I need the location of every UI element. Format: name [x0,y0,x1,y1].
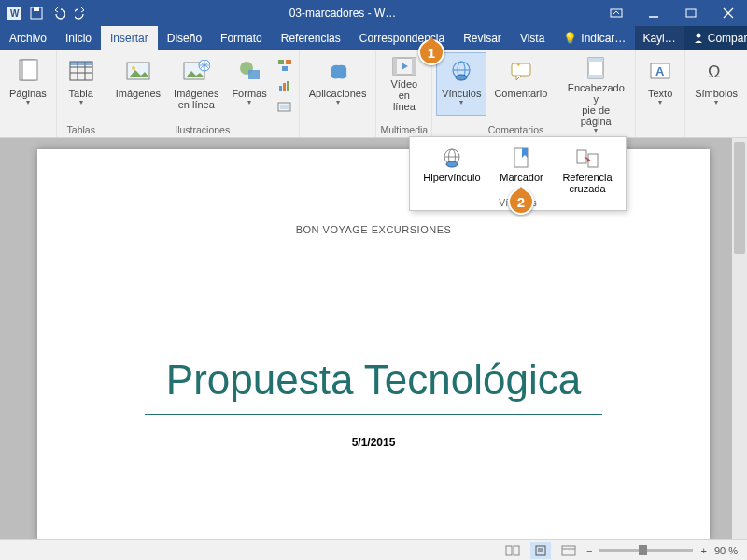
formas-button[interactable]: Formas▾ [226,52,272,116]
simbolos-button[interactable]: Ω Símbolos▾ [689,52,743,116]
print-layout-icon[interactable] [530,542,551,559]
tablas-group-label: Tablas [61,122,102,137]
tab-referencias[interactable]: Referencias [272,26,350,50]
share-button[interactable]: Compartir [684,26,747,50]
svg-rect-23 [248,70,260,79]
tabla-button[interactable]: Tabla▾ [61,52,102,116]
online-picture-icon [181,56,211,86]
referencia-label: Referencia cruzada [562,172,612,194]
zoom-slider[interactable] [599,549,693,552]
imagenes-linea-button[interactable]: Imágenes en línea [168,52,224,116]
svg-rect-57 [514,546,519,555]
screenshot-icon[interactable] [275,97,295,116]
hipervinculo-item[interactable]: Hipervínculo [418,143,485,197]
header-footer-icon [581,56,611,80]
doc-title: Propuesta Tecnológica [93,357,654,403]
svg-rect-31 [280,105,289,109]
tab-insertar[interactable]: Insertar [101,26,158,50]
apps-icon [323,56,353,86]
document-area: BON VOYAGE EXCURSIONES Propuesta Tecnoló… [0,138,747,539]
zoom-in-icon[interactable]: + [700,545,706,556]
vertical-scrollbar[interactable] [732,138,747,539]
callout-2: 2 [508,189,534,215]
scroll-thumb[interactable] [734,142,745,254]
encabezado-button[interactable]: Encabezado y pie de página▾ [560,52,631,116]
vinculos-button[interactable]: Vínculos▾ [436,52,486,116]
zoom-out-icon[interactable]: − [586,545,592,556]
svg-rect-56 [506,546,512,555]
svg-marker-35 [402,63,408,70]
doc-rule [145,414,602,415]
document-title: 03-marcadores - W… [88,7,598,20]
svg-rect-33 [393,58,397,75]
redo-icon[interactable] [75,7,88,20]
tab-revisar[interactable]: Revisar [454,26,511,50]
comentario-label: Comentario [494,88,547,99]
svg-point-51 [446,161,458,167]
imagenes-linea-label: Imágenes en línea [174,88,218,110]
svg-point-39 [456,75,467,80]
imagenes-label: Imágenes [116,88,161,99]
texto-button[interactable]: A Texto▾ [640,52,681,116]
referencia-item[interactable]: Referencia cruzada [557,143,616,197]
comentario-button[interactable]: ✦ Comentario [488,52,553,116]
save-icon[interactable] [30,7,43,20]
tab-archivo[interactable]: Archivo [0,26,56,50]
svg-rect-3 [34,7,39,11]
doc-header: BON VOYAGE EXCURSIONES [93,224,654,235]
comment-icon: ✦ [506,56,536,86]
tab-vista[interactable]: Vista [511,26,554,50]
svg-text:✦: ✦ [515,61,522,69]
user-menu[interactable]: Kayl… [635,26,683,50]
table-icon [66,56,96,86]
tell-me[interactable]: 💡Indicar… [554,26,635,50]
svg-rect-44 [588,75,603,78]
menubar: Archivo Inicio Insertar Diseño Formato R… [0,26,747,50]
tab-formato[interactable]: Formato [211,26,272,50]
svg-point-9 [696,33,700,37]
undo-icon[interactable] [52,7,65,20]
minimize-icon[interactable] [635,0,672,26]
paginas-button[interactable]: Páginas▾ [4,52,52,116]
aplicaciones-button[interactable]: Aplicaciones▾ [303,52,373,116]
video-label: Vídeo en línea [386,78,422,112]
comentarios-group-label: Comentarios [436,122,553,137]
read-mode-icon[interactable] [502,542,523,559]
ribbon: Páginas▾ Tabla▾ Tablas Imágenes Imágenes… [0,50,747,138]
zoom-value[interactable]: 90 % [714,545,738,556]
video-icon [389,56,419,77]
svg-rect-28 [283,83,286,91]
svg-rect-6 [686,9,696,17]
group-label [640,122,681,137]
picture-icon [123,56,153,86]
shapes-icon [234,56,264,86]
svg-rect-34 [412,58,416,75]
smartart-icon[interactable] [275,56,295,75]
tab-diseno[interactable]: Diseño [158,26,211,50]
share-label: Compartir [708,32,747,45]
video-button[interactable]: Vídeo en línea [380,52,428,116]
crossref-icon [572,146,602,172]
person-icon [693,32,704,46]
statusbar: − + 90 % [0,539,747,560]
group-label [4,122,52,137]
callout-1: 1 [418,39,444,65]
svg-text:Ω: Ω [708,63,720,81]
svg-rect-4 [611,9,622,17]
svg-rect-24 [278,60,284,64]
svg-rect-29 [287,81,289,91]
web-layout-icon[interactable] [558,542,579,559]
maximize-icon[interactable] [672,0,710,26]
close-icon[interactable] [710,0,747,26]
hipervinculo-label: Hipervínculo [423,172,480,183]
zoom-thumb[interactable] [639,545,646,555]
group-label [689,122,743,137]
tab-inicio[interactable]: Inicio [56,26,101,50]
page-icon [13,56,43,86]
chart-icon[interactable] [275,77,295,95]
lightbulb-icon: 💡 [563,32,577,45]
imagenes-button[interactable]: Imágenes [110,52,166,116]
tell-me-label: Indicar… [581,32,626,45]
group-label [560,122,631,137]
ribbon-options-icon[interactable] [598,0,635,26]
